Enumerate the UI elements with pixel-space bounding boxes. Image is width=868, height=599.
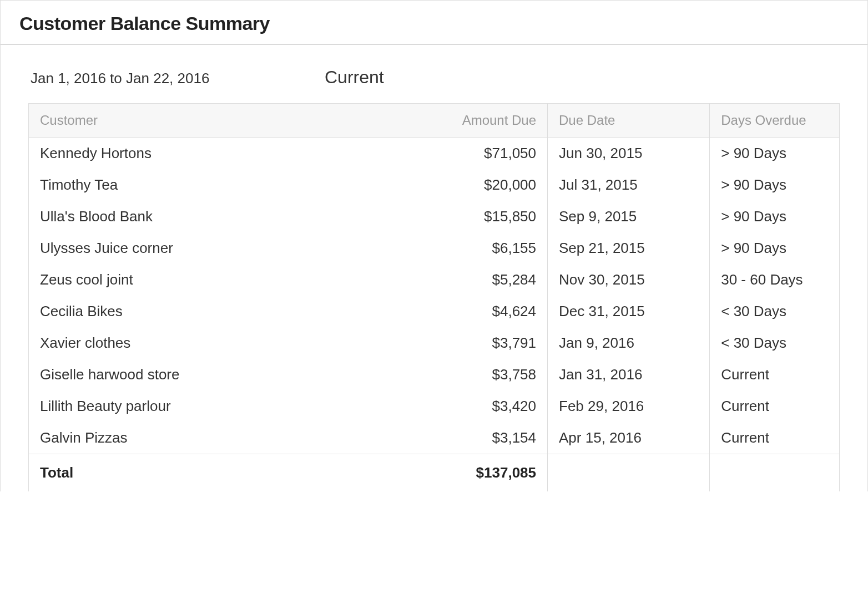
cell-days-overdue: Current [710, 422, 840, 454]
cell-customer: Cecilia Bikes [29, 296, 386, 327]
cell-days-overdue: Current [710, 390, 840, 422]
cell-due-date: Dec 31, 2015 [548, 296, 710, 327]
table-row: Ulysses Juice corner$6,155Sep 21, 2015> … [29, 232, 840, 264]
cell-amount: $3,791 [385, 327, 547, 359]
total-due-blank [548, 454, 710, 492]
table-body: Kennedy Hortons$71,050Jun 30, 2015> 90 D… [29, 138, 840, 454]
cell-amount: $71,050 [385, 138, 547, 170]
total-row: Total $137,085 [29, 454, 840, 492]
col-header-customer: Customer [29, 104, 386, 138]
cell-amount: $15,850 [385, 201, 547, 232]
table-row: Giselle harwood store$3,758Jan 31, 2016C… [29, 359, 840, 390]
cell-amount: $5,284 [385, 264, 547, 296]
table-header-row: Customer Amount Due Due Date Days Overdu… [29, 104, 840, 138]
report-meta: Jan 1, 2016 to Jan 22, 2016 Current [1, 45, 867, 103]
table-row: Cecilia Bikes$4,624Dec 31, 2015< 30 Days [29, 296, 840, 327]
cell-days-overdue: < 30 Days [710, 296, 840, 327]
cell-customer: Xavier clothes [29, 327, 386, 359]
cell-customer: Ulysses Juice corner [29, 232, 386, 264]
cell-days-overdue: < 30 Days [710, 327, 840, 359]
table-row: Timothy Tea$20,000Jul 31, 2015> 90 Days [29, 169, 840, 201]
cell-due-date: Nov 30, 2015 [548, 264, 710, 296]
cell-due-date: Jun 30, 2015 [548, 138, 710, 170]
total-label: Total [29, 454, 386, 492]
cell-customer: Zeus cool joint [29, 264, 386, 296]
cell-customer: Timothy Tea [29, 169, 386, 201]
cell-customer: Galvin Pizzas [29, 422, 386, 454]
cell-days-overdue: 30 - 60 Days [710, 264, 840, 296]
balance-table: Customer Amount Due Due Date Days Overdu… [28, 103, 840, 491]
cell-customer: Lillith Beauty parlour [29, 390, 386, 422]
cell-due-date: Jan 31, 2016 [548, 359, 710, 390]
status-label: Current [325, 67, 384, 88]
cell-days-overdue: Current [710, 359, 840, 390]
cell-due-date: Jan 9, 2016 [548, 327, 710, 359]
cell-due-date: Jul 31, 2015 [548, 169, 710, 201]
cell-amount: $3,420 [385, 390, 547, 422]
cell-customer: Giselle harwood store [29, 359, 386, 390]
cell-customer: Kennedy Hortons [29, 138, 386, 170]
total-amount: $137,085 [385, 454, 547, 492]
cell-days-overdue: > 90 Days [710, 201, 840, 232]
cell-amount: $3,154 [385, 422, 547, 454]
report-header: Customer Balance Summary [1, 1, 867, 45]
cell-amount: $4,624 [385, 296, 547, 327]
report-title: Customer Balance Summary [19, 13, 849, 34]
cell-days-overdue: > 90 Days [710, 169, 840, 201]
table-row: Xavier clothes$3,791Jan 9, 2016< 30 Days [29, 327, 840, 359]
col-header-overdue: Days Overdue [710, 104, 840, 138]
table-row: Kennedy Hortons$71,050Jun 30, 2015> 90 D… [29, 138, 840, 170]
cell-due-date: Sep 9, 2015 [548, 201, 710, 232]
table-row: Galvin Pizzas$3,154Apr 15, 2016Current [29, 422, 840, 454]
col-header-due: Due Date [548, 104, 710, 138]
cell-customer: Ulla's Blood Bank [29, 201, 386, 232]
report-container: Customer Balance Summary Jan 1, 2016 to … [0, 0, 868, 491]
total-overdue-blank [710, 454, 840, 492]
cell-amount: $3,758 [385, 359, 547, 390]
table-row: Lillith Beauty parlour$3,420Feb 29, 2016… [29, 390, 840, 422]
cell-days-overdue: > 90 Days [710, 138, 840, 170]
cell-due-date: Feb 29, 2016 [548, 390, 710, 422]
cell-due-date: Sep 21, 2015 [548, 232, 710, 264]
table-row: Zeus cool joint$5,284Nov 30, 201530 - 60… [29, 264, 840, 296]
date-range: Jan 1, 2016 to Jan 22, 2016 [31, 70, 325, 87]
table-row: Ulla's Blood Bank$15,850Sep 9, 2015> 90 … [29, 201, 840, 232]
cell-amount: $20,000 [385, 169, 547, 201]
cell-amount: $6,155 [385, 232, 547, 264]
cell-days-overdue: > 90 Days [710, 232, 840, 264]
cell-due-date: Apr 15, 2016 [548, 422, 710, 454]
col-header-amount: Amount Due [385, 104, 547, 138]
